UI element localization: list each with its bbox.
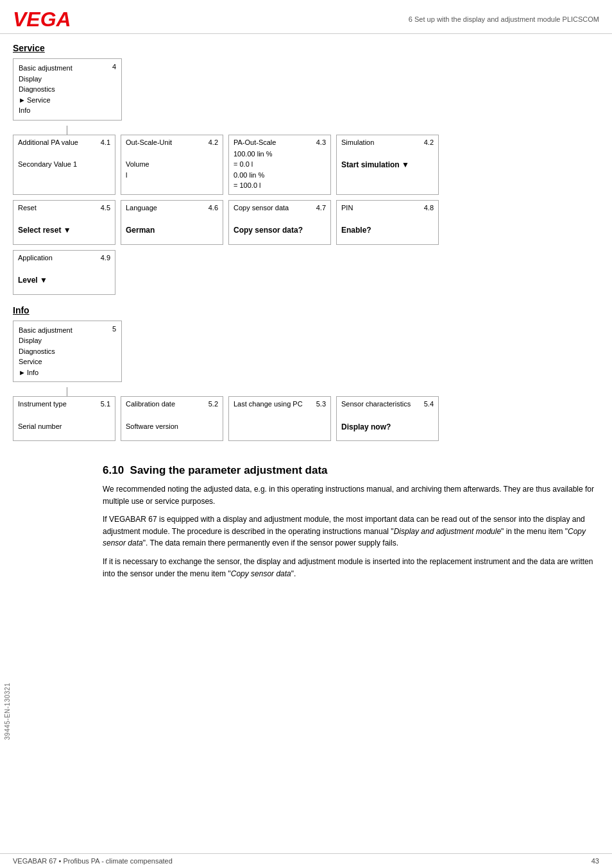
service-connector-line [67, 126, 67, 135]
pin-number: 4.8 [424, 204, 434, 212]
pin-title: PIN [341, 204, 353, 212]
pin-content: Enable? [341, 214, 434, 237]
language-number: 4.6 [208, 204, 218, 212]
menu-item-diagnostics: Diagnostics [19, 84, 116, 95]
header: VEGA 6 Set up with the display and adjus… [0, 0, 612, 34]
calibration-date-box: Calibration date 5.2 Software version [121, 396, 223, 441]
main-content: Service 4 Basic adjustment Display Diagn… [0, 34, 612, 441]
application-box: Application 4.9 Level ▼ [13, 250, 115, 295]
calibration-date-title: Calibration date [126, 400, 175, 408]
instrument-type-number: 5.1 [101, 400, 110, 408]
instrument-type-content: Serial number [18, 410, 110, 431]
simulation-number: 4.2 [424, 138, 434, 146]
info-title: Info [13, 305, 599, 315]
info-section: Info 5 Basic adjustment Display Diagnost… [13, 305, 599, 442]
out-scale-unit-number: 4.2 [208, 138, 218, 146]
pa-out-scale-content: 100.00 lin %= 0.0 l0.00 lin %= 100.0 l [234, 149, 326, 191]
info-menu-box: 5 Basic adjustment Display Diagnostics S… [13, 321, 122, 383]
additional-pa-value-content: Secondary Value 1 [18, 149, 110, 170]
instrument-type-title: Instrument type [18, 400, 67, 408]
sensor-characteristics-title: Sensor characteristics [341, 400, 411, 408]
instrument-type-box: Instrument type 5.1 Serial number [13, 396, 115, 441]
service-menu-number: 4 [112, 63, 116, 71]
service-row3: Application 4.9 Level ▼ [13, 250, 599, 295]
sensor-characteristics-content: Display now? [341, 410, 434, 433]
last-change-title: Last change using PC [234, 400, 303, 408]
calibration-date-content: Software version [126, 410, 218, 431]
info-row1: Instrument type 5.1 Serial number Calibr… [13, 396, 599, 441]
pa-out-scale-box: PA-Out-Scale 4.3 100.00 lin %= 0.0 l0.00… [228, 135, 331, 195]
pa-out-scale-number: 4.3 [316, 138, 326, 146]
simulation-box: Simulation 4.2 Start simulation ▼ [336, 135, 439, 195]
copy-sensor-data-box: Copy sensor data 4.7 Copy sensor data? [228, 200, 331, 245]
side-label: 39445-EN-130321 [4, 683, 11, 740]
menu-item-info: Info [19, 105, 116, 116]
simulation-title: Simulation [341, 138, 374, 146]
additional-pa-value-number: 4.1 [101, 138, 110, 146]
application-title: Application [18, 254, 53, 262]
copy-sensor-data-content: Copy sensor data? [234, 214, 326, 237]
service-menu-box: 4 Basic adjustment Display Diagnostics ►… [13, 58, 122, 121]
sensor-characteristics-number: 5.4 [424, 400, 434, 408]
article-para-2: If VEGABAR 67 is equipped with a display… [103, 513, 599, 549]
article-para-1: We recommended noting the adjusted data,… [103, 483, 599, 507]
sensor-characteristics-box: Sensor characteristics 5.4 Display now? [336, 396, 439, 441]
service-menu-row: 4 Basic adjustment Display Diagnostics ►… [13, 58, 599, 121]
article-section: 6.10 Saving the parameter adjustment dat… [90, 451, 612, 599]
additional-pa-value-box: Additional PA value 4.1 Secondary Value … [13, 135, 115, 195]
copy-sensor-data-title: Copy sensor data [234, 204, 289, 212]
last-change-number: 5.3 [316, 400, 326, 408]
language-box: Language 4.6 German [121, 200, 223, 245]
calibration-date-number: 5.2 [208, 400, 218, 408]
application-number: 4.9 [101, 254, 110, 262]
article-title-text: Saving the parameter adjustment data [130, 464, 328, 476]
application-content: Level ▼ [18, 264, 110, 287]
menu-item-service: ► Service [19, 95, 116, 106]
language-content: German [126, 214, 218, 237]
info-connector-line [67, 387, 67, 396]
article-para-3: If it is necessary to exchange the senso… [103, 556, 599, 580]
service-row1: Additional PA value 4.1 Secondary Value … [13, 135, 599, 195]
out-scale-unit-box: Out-Scale-Unit 4.2 Volumel [121, 135, 223, 195]
copy-sensor-data-number: 4.7 [316, 204, 326, 212]
pa-out-scale-title: PA-Out-Scale [234, 138, 276, 146]
info-menu-item-display: Display [19, 335, 116, 346]
info-menu-number: 5 [112, 325, 116, 333]
info-menu-item-info: ► Info [19, 367, 116, 378]
simulation-content: Start simulation ▼ [341, 149, 434, 171]
menu-item-basic-adj: Basic adjustment [19, 63, 116, 74]
out-scale-unit-title: Out-Scale-Unit [126, 138, 172, 146]
language-title: Language [126, 204, 157, 212]
footer-right: 43 [591, 857, 599, 865]
info-menu-row: 5 Basic adjustment Display Diagnostics S… [13, 321, 599, 383]
last-change-box: Last change using PC 5.3 [228, 396, 331, 441]
reset-box: Reset 4.5 Select reset ▼ [13, 200, 115, 245]
logo: VEGA [13, 9, 71, 29]
menu-item-display: Display [19, 74, 116, 85]
footer-left: VEGABAR 67 • Profibus PA - climate compe… [13, 857, 173, 865]
reset-title: Reset [18, 204, 37, 212]
reset-number: 4.5 [101, 204, 110, 212]
header-subtitle: 6 Set up with the display and adjustment… [409, 9, 599, 23]
info-menu-item-service: Service [19, 356, 116, 367]
info-menu-item-diagnostics: Diagnostics [19, 346, 116, 357]
info-menu-item-basic: Basic adjustment [19, 325, 116, 336]
article-number: 6.10 [103, 464, 124, 476]
service-title: Service [13, 43, 599, 53]
article-body: We recommended noting the adjusted data,… [103, 483, 599, 580]
footer: VEGABAR 67 • Profibus PA - climate compe… [0, 853, 612, 868]
out-scale-unit-content: Volumel [126, 149, 218, 181]
service-section: Service 4 Basic adjustment Display Diagn… [13, 43, 599, 295]
reset-content: Select reset ▼ [18, 214, 110, 237]
article-title: 6.10 Saving the parameter adjustment dat… [103, 464, 599, 477]
service-row2: Reset 4.5 Select reset ▼ Language 4.6 Ge… [13, 200, 599, 245]
pin-box: PIN 4.8 Enable? [336, 200, 439, 245]
additional-pa-value-title: Additional PA value [18, 138, 78, 146]
